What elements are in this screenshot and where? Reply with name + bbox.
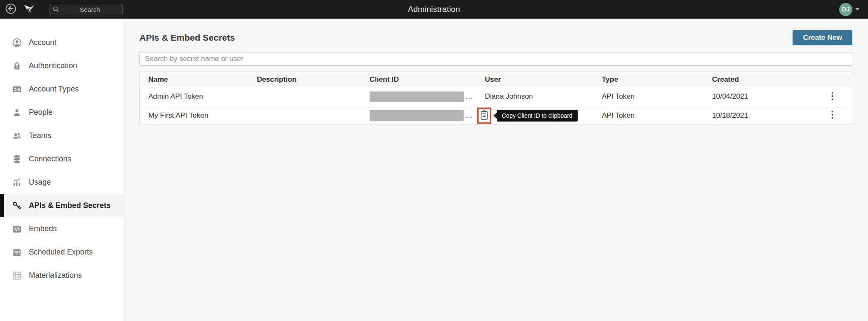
sidebar-item-teams[interactable]: Teams bbox=[0, 124, 124, 147]
sidebar-item-label: Teams bbox=[29, 131, 51, 140]
back-icon bbox=[5, 3, 17, 16]
sidebar-item-apis-embed-secrets[interactable]: APIs & Embed Secrets bbox=[0, 194, 124, 217]
table-row: Admin API Token … Diana Johnson API Toke… bbox=[140, 87, 852, 106]
table-row: My First API Token … Copy Client ID to c… bbox=[140, 106, 852, 125]
sidebar-item-people[interactable]: People bbox=[0, 101, 124, 124]
client-id-ellipsis: … bbox=[465, 92, 473, 101]
sidebar-item-label: Account bbox=[29, 38, 56, 47]
sidebar-item-label: APIs & Embed Secrets bbox=[29, 201, 111, 210]
person-icon bbox=[11, 107, 23, 118]
client-id-redacted-block bbox=[370, 110, 464, 121]
global-search bbox=[50, 4, 122, 15]
sidebar-item-label: Scheduled Exports bbox=[29, 248, 93, 257]
sidebar-item-embeds[interactable]: Embeds bbox=[0, 217, 124, 241]
table-header-row: Name Description Client ID User Type Cre… bbox=[140, 72, 852, 87]
sidebar-item-label: Authentication bbox=[29, 61, 77, 70]
chevron-down-icon[interactable] bbox=[855, 8, 860, 11]
badge-icon bbox=[11, 84, 23, 95]
row-menu-button[interactable] bbox=[828, 89, 837, 104]
copy-client-id-button[interactable] bbox=[477, 108, 491, 124]
sidebar-item-label: Embeds bbox=[29, 224, 57, 233]
secret-name: My First API Token bbox=[140, 111, 248, 120]
sidebar-item-label: People bbox=[29, 108, 53, 117]
topbar: Administration DJ bbox=[0, 0, 868, 19]
column-header-type: Type bbox=[593, 75, 704, 84]
kebab-icon bbox=[831, 91, 834, 102]
sidebar-item-account-types[interactable]: Account Types bbox=[0, 77, 124, 101]
sidebar-item-usage[interactable]: Usage bbox=[0, 171, 124, 194]
back-button[interactable] bbox=[5, 3, 17, 16]
main-content: APIs & Embed Secrets Create New Name Des… bbox=[125, 19, 868, 321]
people-icon bbox=[11, 130, 23, 141]
column-header-name: Name bbox=[140, 75, 248, 84]
database-icon bbox=[11, 154, 23, 165]
secret-created: 10/18/2021 bbox=[704, 111, 813, 120]
secret-type: API Token bbox=[593, 92, 704, 101]
page-header-title: Administration bbox=[0, 5, 868, 14]
account-icon bbox=[11, 37, 23, 48]
global-search-input[interactable] bbox=[50, 4, 122, 15]
sidebar-item-scheduled-exports[interactable]: Scheduled Exports bbox=[0, 241, 124, 264]
page-title: APIs & Embed Secrets bbox=[139, 33, 235, 43]
sidebar-item-connections[interactable]: Connections bbox=[0, 147, 124, 171]
secret-type: API Token bbox=[593, 111, 704, 120]
clipboard-icon bbox=[480, 110, 488, 122]
sidebar-item-label: Usage bbox=[29, 178, 51, 187]
secrets-search-input[interactable] bbox=[139, 52, 852, 66]
secrets-table: Name Description Client ID User Type Cre… bbox=[139, 72, 852, 125]
calendar-icon bbox=[11, 247, 23, 258]
avatar[interactable]: DJ bbox=[839, 3, 852, 16]
row-menu-button[interactable] bbox=[828, 108, 837, 123]
table-icon bbox=[11, 270, 23, 281]
client-id-redacted-block bbox=[370, 91, 464, 102]
sidebar-item-account[interactable]: Account bbox=[0, 31, 124, 54]
client-id-cell: … Copy Client ID to clipboard bbox=[361, 108, 476, 124]
sidebar-item-authentication[interactable]: Authentication bbox=[0, 54, 124, 77]
code-icon bbox=[11, 224, 23, 235]
key-icon bbox=[11, 200, 23, 211]
secret-created: 10/04/2021 bbox=[704, 92, 813, 101]
kebab-icon bbox=[831, 110, 834, 121]
column-header-user: User bbox=[476, 75, 593, 84]
admin-sidebar: Account Authentication Account Types bbox=[0, 19, 125, 321]
secret-user: Diana Johnson bbox=[476, 92, 593, 101]
chart-icon bbox=[11, 177, 23, 188]
sidebar-item-label: Account Types bbox=[29, 85, 79, 94]
sidebar-item-label: Connections bbox=[29, 155, 71, 163]
sidebar-item-materializations[interactable]: Materializations bbox=[0, 264, 124, 287]
tooltip: Copy Client ID to clipboard bbox=[497, 110, 578, 122]
sidebar-item-label: Materializations bbox=[29, 271, 82, 280]
bird-logo-icon bbox=[22, 3, 36, 17]
column-header-client-id: Client ID bbox=[361, 75, 476, 84]
app-logo[interactable] bbox=[22, 3, 36, 17]
column-header-created: Created bbox=[704, 75, 813, 84]
create-new-button[interactable]: Create New bbox=[793, 30, 852, 45]
secret-name: Admin API Token bbox=[140, 92, 248, 101]
lock-icon bbox=[11, 61, 23, 72]
client-id-ellipsis: … bbox=[465, 111, 473, 120]
client-id-cell: … bbox=[361, 91, 476, 102]
column-header-description: Description bbox=[248, 75, 361, 84]
